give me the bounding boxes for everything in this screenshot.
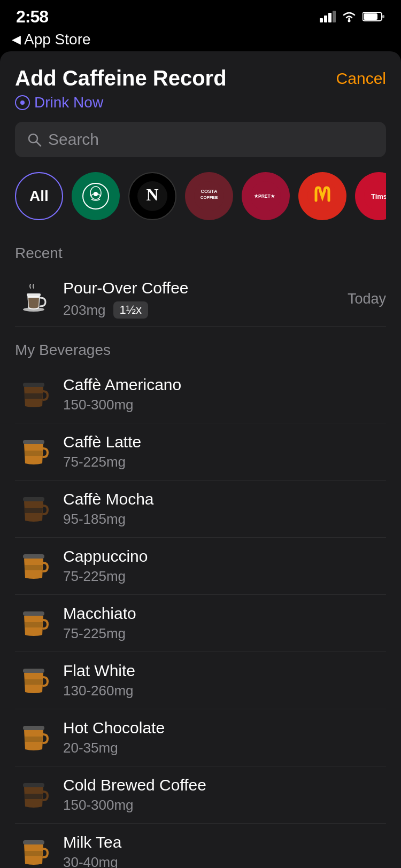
bev-mg: 75-225mg [63,625,386,642]
bev-info: Hot Chocolate 20-35mg [63,719,386,756]
bev-cup-icon [15,719,52,756]
recent-item-name: Pour-Over Coffee [63,279,348,297]
beverage-item[interactable]: Milk Tea 30-40mg [15,824,386,868]
starbucks-logo [80,180,112,212]
svg-rect-36 [23,783,44,787]
my-beverages-section-header: My Beverages [15,337,386,359]
bev-name: Cold Brewed Coffee [63,776,386,794]
status-time: 2:58 [16,7,48,27]
pret-logo: ★PRET★ [250,180,282,212]
brand-filter-row: All N COSTA COFFEE [15,172,386,226]
bev-cup-icon [15,662,52,699]
svg-rect-29 [23,383,44,387]
brand-filter-costa[interactable]: COSTA COFFEE [185,172,233,220]
bev-info: Caffè Mocha 95-185mg [63,490,386,528]
beverage-item[interactable]: Cappuccino 75-225mg [15,538,386,595]
back-arrow-icon: ◀ [12,33,21,46]
svg-rect-2 [328,13,331,22]
search-placeholder: Search [48,130,99,149]
status-bar: 2:58 [0,0,401,29]
brand-filter-mcdonalds[interactable] [298,172,346,220]
svg-text:N: N [146,185,158,204]
bev-name: Milk Tea [63,833,386,851]
bev-cup-icon [15,776,52,813]
bev-name: Caffè Americano [63,376,386,394]
drink-now-icon [15,95,30,110]
bev-info: Milk Tea 30-40mg [63,833,386,868]
recent-item-meta: 203mg 1½x [63,301,348,319]
back-nav[interactable]: ◀ App Store [0,29,401,51]
beverage-item[interactable]: Caffè Mocha 95-185mg [15,480,386,538]
bev-info: Cold Brewed Coffee 150-300mg [63,776,386,813]
brand-filter-pret[interactable]: ★PRET★ [242,172,290,220]
svg-text:Tims: Tims [371,192,386,200]
bev-info: Macchiato 75-225mg [63,604,386,642]
beverage-item[interactable]: Macchiato 75-225mg [15,595,386,652]
header-left: Add Caffeine Record Drink Now [15,66,227,111]
svg-point-13 [94,192,98,196]
recent-item-info: Pour-Over Coffee 203mg 1½x [63,279,348,319]
main-sheet: Add Caffeine Record Drink Now Cancel Sea… [0,51,401,868]
bev-cup-icon [15,547,52,585]
svg-text:COSTA: COSTA [201,189,218,194]
sheet-header: Add Caffeine Record Drink Now Cancel [15,66,386,111]
svg-rect-3 [333,11,336,22]
search-bar[interactable]: Search [15,122,386,157]
tims-logo: Tims [363,180,386,212]
bev-cup-icon [15,433,52,470]
svg-rect-30 [23,440,44,444]
beverage-item[interactable]: Caffè Americano 150-300mg [15,366,386,423]
drink-now-label: Drink Now [34,94,103,111]
svg-rect-31 [23,497,44,501]
recent-item-date: Today [348,291,386,307]
svg-rect-28 [27,293,41,296]
svg-rect-1 [324,15,327,22]
svg-rect-35 [23,726,44,730]
bev-info: Caffè Americano 150-300mg [63,376,386,413]
bev-name: Cappuccino [63,547,386,565]
bev-name: Flat White [63,662,386,680]
cancel-button[interactable]: Cancel [336,66,386,88]
beverage-item[interactable]: Flat White 130-260mg [15,652,386,709]
status-icons [320,11,385,22]
recent-item-pour-over[interactable]: Pour-Over Coffee 203mg 1½x Today [15,269,386,327]
bev-cup-icon [15,833,52,868]
bev-cup-icon [15,604,52,642]
bev-info: Cappuccino 75-225mg [63,547,386,585]
svg-rect-37 [23,840,44,844]
brand-filter-all[interactable]: All [15,172,63,220]
bev-mg: 30-40mg [63,854,386,868]
bev-mg: 95-185mg [63,511,386,528]
signal-icon [320,11,336,22]
svg-rect-0 [320,18,323,22]
pour-over-icon [15,280,52,317]
recent-section-header: Recent [15,241,386,262]
beverage-item[interactable]: Caffè Latte 75-225mg [15,423,386,480]
svg-rect-7 [382,15,384,18]
beverages-list: Caffè Americano 150-300mg Caffè Latte 75… [15,366,386,868]
brand-filter-tims[interactable]: Tims [355,172,386,220]
costa-logo: COSTA COFFEE [193,180,225,212]
bev-name: Caffè Latte [63,433,386,451]
mcdonalds-logo [306,180,338,212]
bev-mg: 150-300mg [63,797,386,813]
svg-text:COFFEE: COFFEE [200,195,218,200]
bev-mg: 150-300mg [63,397,386,413]
recent-item-tag: 1½x [113,301,149,319]
bev-mg: 130-260mg [63,683,386,699]
bev-mg: 75-225mg [63,568,386,585]
brand-filter-nespresso[interactable]: N [128,172,176,220]
search-icon [27,132,42,147]
brand-filter-starbucks[interactable] [72,172,120,220]
wifi-icon [341,11,357,22]
beverage-item[interactable]: Cold Brewed Coffee 150-300mg [15,766,386,824]
beverage-item[interactable]: Hot Chocolate 20-35mg [15,709,386,766]
svg-point-4 [348,20,351,22]
bev-cup-icon [15,376,52,413]
bev-name: Hot Chocolate [63,719,386,737]
drink-now-row[interactable]: Drink Now [15,94,227,111]
svg-rect-34 [23,669,44,673]
svg-rect-6 [364,13,377,20]
svg-text:★PRET★: ★PRET★ [254,193,275,199]
bev-name: Caffè Mocha [63,490,386,508]
